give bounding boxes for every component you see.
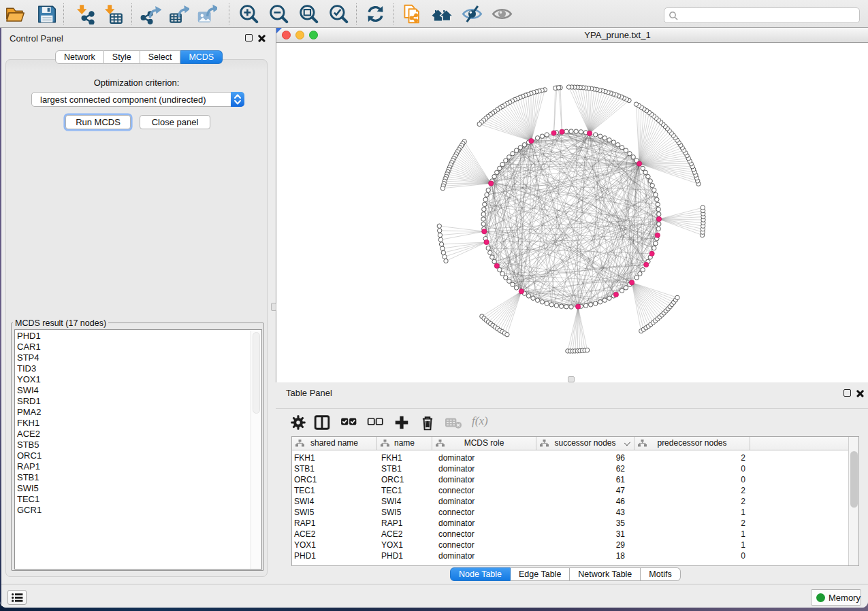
cell-successor-nodes[interactable]: 35 xyxy=(536,518,625,529)
cell-shared-name[interactable]: SWI4 xyxy=(294,496,314,507)
mcds-result-item[interactable]: TEC1 xyxy=(17,494,42,505)
delete-table-icon[interactable] xyxy=(445,414,462,431)
close-panel-button[interactable]: Close panel xyxy=(140,115,210,129)
zoom-fit-icon[interactable] xyxy=(298,3,319,24)
cell-shared-name[interactable]: STB1 xyxy=(294,463,315,474)
cell-predecessor-nodes[interactable]: 2 xyxy=(634,518,745,529)
mcds-result-item[interactable]: STB1 xyxy=(17,472,42,483)
table-row[interactable]: TEC1TEC1connector472 xyxy=(292,485,858,496)
show-all-icon[interactable] xyxy=(492,3,513,24)
cell-name[interactable]: PHD1 xyxy=(381,550,403,561)
horizontal-splitter-handle[interactable] xyxy=(568,376,575,382)
table-row[interactable]: YOX1YOX1connector291 xyxy=(292,540,858,550)
cell-shared-name[interactable]: RAP1 xyxy=(294,518,315,529)
cell-mcds-role[interactable]: dominator xyxy=(438,463,475,474)
cell-name[interactable]: TEC1 xyxy=(381,485,402,496)
table-scrollbar[interactable] xyxy=(848,437,858,565)
cell-shared-name[interactable]: TEC1 xyxy=(294,485,315,496)
network-canvas[interactable] xyxy=(276,43,868,382)
vertical-splitter-handle[interactable] xyxy=(271,303,276,311)
save-icon[interactable] xyxy=(36,3,58,24)
zoom-selected-icon[interactable] xyxy=(327,3,349,24)
cell-successor-nodes[interactable]: 31 xyxy=(536,529,625,540)
mcds-result-item[interactable]: YOX1 xyxy=(17,374,42,385)
float-window-icon[interactable] xyxy=(245,34,253,42)
search-input[interactable] xyxy=(664,7,860,23)
float-window-icon[interactable] xyxy=(843,389,851,397)
mcds-result-item[interactable]: SRD1 xyxy=(17,396,42,407)
cell-name[interactable]: ACE2 xyxy=(381,529,402,540)
table-row[interactable]: RAP1RAP1dominator352 xyxy=(292,518,858,529)
cell-name[interactable]: ORC1 xyxy=(381,474,404,485)
export-network-icon[interactable] xyxy=(140,3,162,24)
cell-mcds-role[interactable]: dominator xyxy=(438,550,475,561)
table-row[interactable]: ACE2ACE2connector311 xyxy=(292,529,858,540)
cell-successor-nodes[interactable]: 29 xyxy=(536,540,625,550)
cell-mcds-role[interactable]: connector xyxy=(438,540,475,550)
cell-mcds-role[interactable]: connector xyxy=(438,507,475,518)
cell-name[interactable]: STB1 xyxy=(381,463,402,474)
tab-network-table[interactable]: Network Table xyxy=(570,567,641,581)
cell-successor-nodes[interactable]: 43 xyxy=(536,507,625,518)
zoom-out-icon[interactable] xyxy=(268,3,289,24)
mcds-result-item[interactable]: ORC1 xyxy=(17,450,42,461)
refresh-icon[interactable] xyxy=(365,3,387,24)
column-header-predecessor-nodes[interactable]: predecessor nodes xyxy=(634,437,750,450)
add-icon[interactable] xyxy=(393,414,410,431)
import-table-icon[interactable] xyxy=(102,3,124,24)
export-image-icon[interactable] xyxy=(196,3,218,24)
mcds-list-scrollbar[interactable] xyxy=(251,331,261,569)
cell-predecessor-nodes[interactable]: 0 xyxy=(634,550,745,561)
mcds-result-item[interactable]: RAP1 xyxy=(17,461,42,472)
column-header-MCDS-role[interactable]: MCDS role xyxy=(432,437,536,450)
cell-shared-name[interactable]: PHD1 xyxy=(294,550,316,561)
cell-mcds-role[interactable]: dominator xyxy=(438,496,475,507)
cell-name[interactable]: SWI5 xyxy=(381,507,401,518)
tab-node-table[interactable]: Node Table xyxy=(450,567,511,581)
cell-shared-name[interactable]: FKH1 xyxy=(294,452,315,463)
cell-successor-nodes[interactable]: 46 xyxy=(536,496,625,507)
cell-name[interactable]: RAP1 xyxy=(381,518,402,529)
cell-successor-nodes[interactable]: 47 xyxy=(536,485,625,496)
mcds-result-item[interactable]: STP4 xyxy=(17,352,42,363)
criterion-dropdown[interactable]: largest connected component (undirected) xyxy=(31,92,244,107)
tab-select[interactable]: Select xyxy=(140,50,181,64)
cell-successor-nodes[interactable]: 96 xyxy=(536,452,625,463)
cell-shared-name[interactable]: ACE2 xyxy=(294,529,315,540)
tab-motifs[interactable]: Motifs xyxy=(641,567,680,581)
run-mcds-button[interactable]: Run MCDS xyxy=(65,115,131,129)
cell-predecessor-nodes[interactable]: 0 xyxy=(634,474,745,485)
column-header-successor-nodes[interactable]: successor nodes xyxy=(536,437,634,450)
cell-predecessor-nodes[interactable]: 1 xyxy=(634,507,745,518)
mcds-result-list[interactable]: PHD1CAR1STP4TID3YOX1SWI4SRD1PMA2FKH1ACE2… xyxy=(14,329,262,569)
column-header-shared-name[interactable]: shared name xyxy=(292,437,377,450)
cell-predecessor-nodes[interactable]: 2 xyxy=(634,452,745,463)
cell-shared-name[interactable]: ORC1 xyxy=(294,474,317,485)
mcds-result-item[interactable]: STB5 xyxy=(17,440,42,450)
settings-icon[interactable] xyxy=(290,414,306,431)
panel-list-button[interactable] xyxy=(7,590,27,605)
columns-icon[interactable] xyxy=(314,414,330,431)
delete-icon[interactable] xyxy=(419,414,436,431)
first-neighbors-icon[interactable] xyxy=(432,3,453,24)
clone-network-icon[interactable] xyxy=(402,3,423,24)
zoom-in-icon[interactable] xyxy=(238,3,259,24)
mcds-result-item[interactable]: ACE2 xyxy=(17,429,42,440)
open-icon[interactable] xyxy=(5,3,27,24)
export-table-icon[interactable] xyxy=(168,3,190,24)
mcds-result-item[interactable]: SWI4 xyxy=(17,385,42,396)
cell-predecessor-nodes[interactable]: 0 xyxy=(634,463,745,474)
cell-predecessor-nodes[interactable]: 2 xyxy=(634,496,745,507)
mcds-result-item[interactable]: PMA2 xyxy=(17,407,42,418)
memory-button[interactable]: Memory xyxy=(811,589,861,606)
column-header-name[interactable]: name xyxy=(377,437,432,450)
tab-style[interactable]: Style xyxy=(104,50,140,64)
hide-selected-icon[interactable] xyxy=(462,3,483,24)
cell-name[interactable]: FKH1 xyxy=(381,452,402,463)
cell-successor-nodes[interactable]: 62 xyxy=(536,463,625,474)
tab-mcds[interactable]: MCDS xyxy=(180,50,223,64)
deselect-all-icon[interactable] xyxy=(367,414,383,431)
tab-edge-table[interactable]: Edge Table xyxy=(511,567,570,581)
cell-shared-name[interactable]: YOX1 xyxy=(294,540,316,550)
cell-predecessor-nodes[interactable]: 1 xyxy=(634,529,745,540)
